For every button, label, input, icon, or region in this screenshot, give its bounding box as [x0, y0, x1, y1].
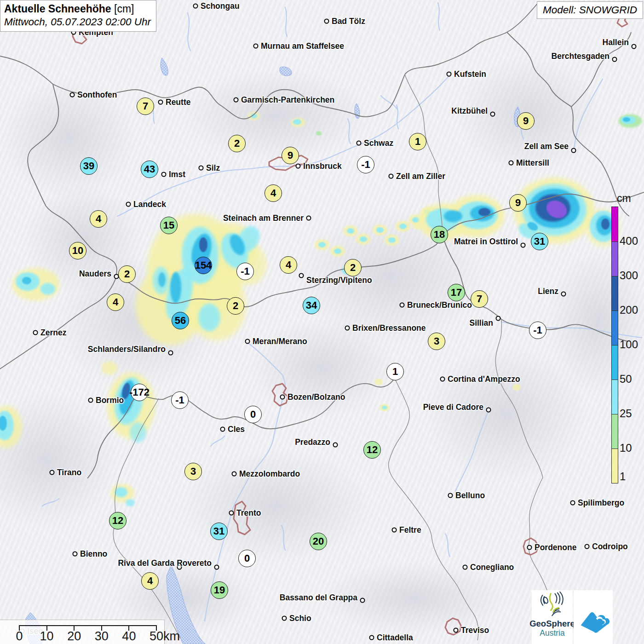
geosphere-logo-country: Austria	[540, 628, 564, 638]
station-badge: 10	[69, 242, 86, 259]
station-badge: 15	[160, 217, 178, 234]
mountain-cloud-icon	[577, 601, 610, 634]
station-badge: -1	[236, 263, 254, 280]
station-badge: 34	[303, 297, 320, 314]
scale-bar-label: 50km	[150, 629, 180, 644]
station-badge: 2	[344, 259, 362, 276]
title-box: Aktuelle Schneehöhe [cm] Mittwoch, 05.07…	[0, 0, 156, 32]
station-badge: 4	[90, 210, 107, 228]
station-badge: 4	[280, 256, 297, 274]
title-text: Aktuelle Schneehöhe	[4, 3, 111, 15]
geosphere-logo-text: GeoSphere	[529, 619, 575, 628]
station-badge: 31	[531, 233, 548, 250]
station-badge: 31	[210, 523, 228, 540]
avalanche-service-logo	[574, 590, 613, 644]
scale-bar-label: 30	[95, 629, 109, 644]
station-badge: 0	[238, 550, 256, 567]
station-badge: 1	[386, 363, 404, 380]
station-badge: 2	[118, 265, 136, 283]
station-badge: -1	[171, 391, 189, 409]
scale-bar: 01020304050km	[0, 620, 165, 644]
station-badge: 12	[363, 441, 381, 459]
station-badge: -172	[131, 384, 148, 401]
title-unit: [cm]	[114, 3, 134, 15]
station-badge: 7	[137, 98, 154, 115]
station-badge: 18	[431, 226, 448, 243]
station-badge: 4	[264, 184, 282, 202]
station-badge: 56	[172, 312, 189, 329]
scale-bar-line	[19, 625, 157, 626]
station-badge: 19	[211, 581, 228, 599]
station-badge: 1	[409, 133, 426, 150]
station-badge: 154	[195, 257, 212, 274]
station-badge: 9	[282, 147, 299, 164]
station-badge: 3	[184, 463, 202, 480]
station-badge: 9	[517, 112, 535, 130]
station-badge: 43	[141, 161, 158, 178]
station-badge: 4	[107, 293, 124, 311]
scale-bar-label: 20	[67, 629, 81, 644]
station-badge: 2	[227, 297, 244, 315]
scale-bar-label: 0	[16, 629, 23, 644]
snow-depth-map: SchongauBad TölzKemptenMurnau am Staffel…	[0, 0, 644, 644]
station-badge: 17	[448, 284, 465, 301]
scale-bar-label: 40	[122, 629, 136, 644]
station-badge: 20	[310, 533, 327, 550]
geosphere-logo: GeoSphere Austria	[532, 590, 573, 644]
station-badge: 4	[141, 572, 159, 590]
station-badge: 9	[509, 194, 527, 212]
station-badge: 12	[109, 512, 126, 529]
station-badge: 39	[80, 157, 98, 175]
station-badge: 3	[428, 333, 445, 350]
station-badge: -1	[357, 156, 374, 173]
station-badge: 0	[244, 406, 262, 423]
geosphere-contours-icon	[539, 590, 566, 619]
station-badge: 2	[228, 135, 246, 152]
station-badge: 7	[471, 290, 488, 308]
scale-bar-label: 10	[40, 629, 54, 644]
timestamp: Mittwoch, 05.07.2023 02:00 Uhr	[4, 16, 151, 28]
page-title: Aktuelle Schneehöhe [cm]	[4, 3, 151, 15]
station-badge: -1	[529, 322, 546, 339]
model-label: Modell: SNOWGRID	[537, 1, 643, 19]
